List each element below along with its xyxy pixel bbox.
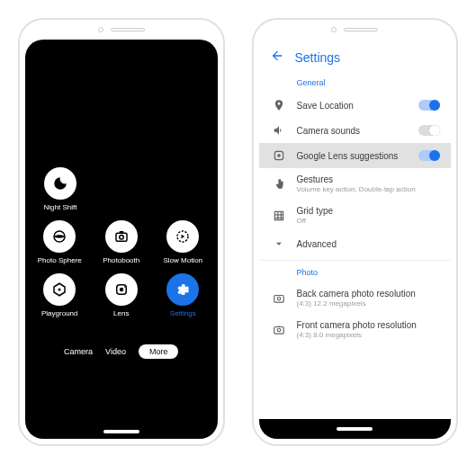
section-general: General [259,75,452,93]
lens-icon [272,149,286,162]
tile-label: Photobooth [103,256,139,264]
tile-label: Settings [170,309,196,317]
row-grid-type[interactable]: Grid type Off [259,200,452,231]
tile-playground[interactable]: Playground [34,273,85,317]
row-gestures[interactable]: Gestures Volume key action, Double-tap a… [259,168,452,200]
row-camera-sounds[interactable]: Camera sounds [259,118,452,143]
row-front-camera-res[interactable]: Front camera photo resolution (4:3) 8.0 … [259,314,452,345]
svg-rect-14 [274,326,283,334]
nav-bar [259,419,452,439]
lens-icon [105,273,138,306]
tile-slow-motion[interactable]: Slow Motion [157,220,209,264]
toggle-lens-suggestions[interactable] [418,150,440,161]
tile-label: Photo Sphere [38,256,82,264]
tab-video[interactable]: Video [105,347,126,356]
svg-rect-3 [120,231,124,233]
tile-photo-sphere[interactable]: Photo Sphere [34,220,85,264]
sphere-icon [43,220,76,253]
camera-icon [105,220,138,253]
svg-point-11 [277,154,281,157]
tile-night-shift[interactable]: Night Shift [34,167,86,211]
slowmo-icon [166,220,199,253]
row-advanced[interactable]: Advanced [259,231,452,256]
svg-point-2 [120,236,124,240]
location-icon [272,99,286,112]
chevron-down-icon [272,237,286,250]
svg-point-13 [277,297,281,300]
toggle-save-location[interactable] [418,100,440,111]
back-arrow-icon[interactable] [270,49,284,66]
settings-header: Settings [259,40,452,75]
tab-more[interactable]: More [139,344,179,359]
notch [20,20,223,40]
phone-camera: Night Shift Photo Sphere Photobooth [18,18,225,446]
tile-label: Playground [41,309,77,317]
svg-point-7 [120,288,124,292]
back-camera-icon [272,292,286,305]
svg-rect-1 [116,233,127,241]
svg-rect-12 [274,295,283,302]
home-indicator[interactable] [337,427,373,431]
gear-icon [166,273,199,306]
front-camera-icon [272,324,286,336]
tile-label: Slow Motion [163,256,202,264]
mode-tabs: Camera Video More [25,344,218,359]
notch [254,20,457,40]
moon-icon [44,167,76,200]
gesture-icon [272,178,286,191]
settings-screen: Settings General Save Location Camera so… [259,40,452,439]
row-back-camera-res[interactable]: Back camera photo resolution (4:3) 12.2 … [259,282,452,314]
tile-settings[interactable]: Settings [157,273,209,317]
svg-point-8 [124,286,126,288]
sound-icon [272,124,286,137]
tab-camera[interactable]: Camera [64,347,93,356]
tile-label: Night Shift [44,203,77,211]
settings-title: Settings [295,50,341,65]
toggle-camera-sounds[interactable] [418,125,440,136]
phone-settings: Settings General Save Location Camera so… [252,18,459,446]
tile-lens[interactable]: Lens [96,273,148,317]
svg-point-5 [58,289,61,291]
grid-icon [272,210,286,222]
tile-photobooth[interactable]: Photobooth [96,220,148,264]
svg-point-15 [277,328,281,332]
camera-modes-screen: Night Shift Photo Sphere Photobooth [25,40,218,439]
playground-icon [43,273,76,306]
row-save-location[interactable]: Save Location [259,93,452,118]
home-indicator[interactable] [103,430,139,433]
tile-label: Lens [113,309,129,317]
svg-point-16 [278,325,279,326]
row-lens-suggestions[interactable]: Google Lens suggestions [259,143,452,168]
section-photo: Photo [259,264,452,282]
